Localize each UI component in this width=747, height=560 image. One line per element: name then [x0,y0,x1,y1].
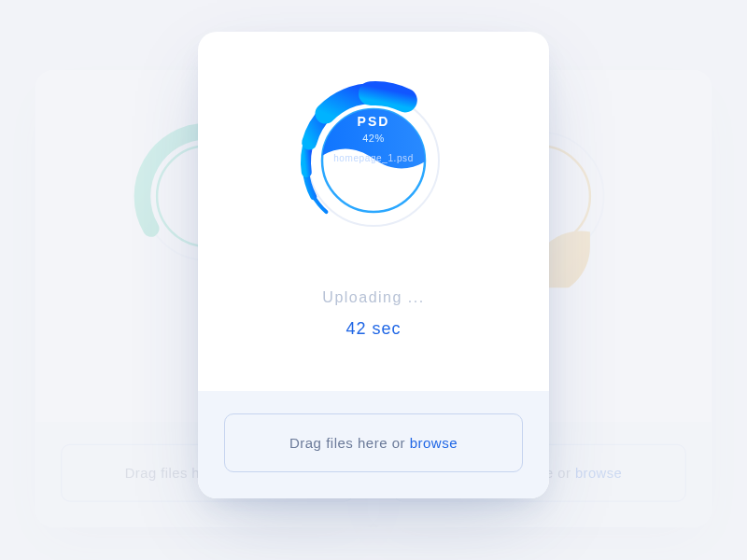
progress-ring-icon [280,67,467,254]
drop-text: Drag files here or [289,435,410,451]
progress-widget: PSD 42% homepage_1.psd [280,67,467,254]
dropzone[interactable]: Drag files here or browse [224,413,523,472]
upload-card: PSD 42% homepage_1.psd Uploading ... 42 … [198,32,549,498]
browse-link[interactable]: browse [410,435,458,451]
status-label: Uploading ... [322,289,424,306]
time-remaining: 42 sec [322,319,424,339]
